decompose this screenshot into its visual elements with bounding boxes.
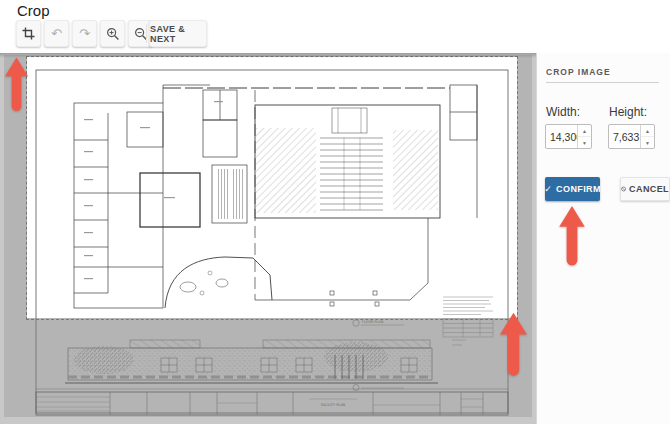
- width-input[interactable]: [546, 125, 577, 148]
- crop-overlay-right: [517, 57, 532, 318]
- save-next-button[interactable]: SAVE & NEXT: [149, 20, 207, 47]
- width-input-group: ▲ ▼: [545, 124, 592, 149]
- panel-divider: [546, 82, 659, 83]
- toolbar-divider: [146, 24, 147, 43]
- crop-icon: [22, 27, 35, 40]
- height-spinner-down-icon[interactable]: ▼: [641, 137, 654, 148]
- confirm-button[interactable]: ✓ CONFIRM: [545, 177, 600, 201]
- cancel-label: CANCEL: [629, 184, 669, 194]
- redo-icon: ↷: [79, 27, 90, 40]
- crop-overlay-bottom: [4, 318, 532, 417]
- panel-heading: CROP IMAGE: [546, 67, 611, 77]
- cancel-icon: [621, 184, 626, 194]
- height-spinner-up-icon[interactable]: ▲: [641, 125, 654, 137]
- width-spinner: ▲ ▼: [577, 125, 591, 148]
- crop-panel: CROP IMAGE Width: Height: ▲ ▼ ▲ ▼ ✓ CONF…: [536, 53, 670, 424]
- width-spinner-up-icon[interactable]: ▲: [578, 125, 591, 137]
- cancel-button[interactable]: CANCEL: [620, 177, 670, 201]
- crop-tool-button[interactable]: [16, 20, 41, 47]
- height-input[interactable]: [609, 125, 640, 148]
- undo-icon: ↶: [51, 27, 62, 40]
- zoom-in-button[interactable]: [100, 20, 125, 47]
- undo-button[interactable]: ↶: [44, 20, 69, 47]
- confirm-label: CONFIRM: [556, 184, 601, 194]
- height-spinner: ▲ ▼: [640, 125, 654, 148]
- width-label: Width:: [546, 105, 580, 119]
- crop-selection[interactable]: [26, 56, 518, 320]
- height-label: Height:: [609, 105, 647, 119]
- crop-canvas[interactable]: FLOOR PLAN: [0, 53, 536, 424]
- height-input-group: ▲ ▼: [608, 124, 655, 149]
- check-icon: ✓: [544, 184, 552, 194]
- zoom-in-icon: [106, 27, 120, 41]
- crop-overlay-left: [4, 57, 27, 318]
- width-spinner-down-icon[interactable]: ▼: [578, 137, 591, 148]
- page-title: Crop: [17, 2, 50, 19]
- redo-button[interactable]: ↷: [72, 20, 97, 47]
